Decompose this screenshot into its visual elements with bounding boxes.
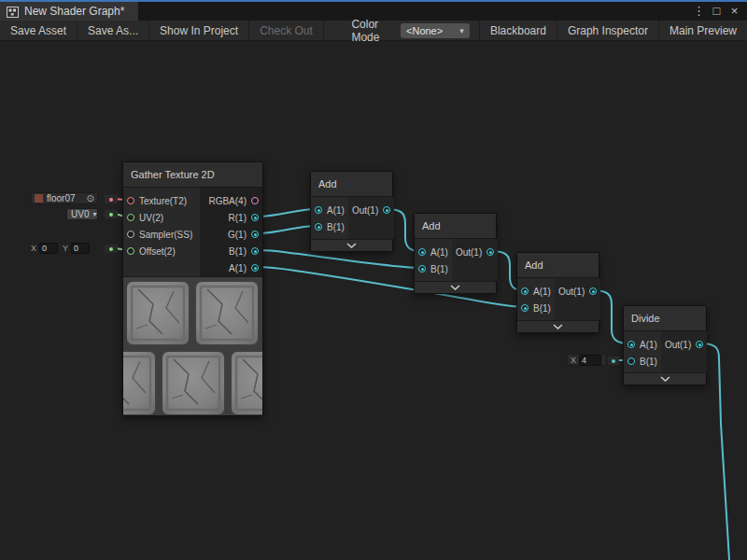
node-gather-texture-2d[interactable]: Gather Texture 2D Texture(T2) UV(2) Samp… (122, 161, 263, 416)
uv-channel-dropdown[interactable]: UV0 ▾ (66, 208, 98, 220)
node-add-2[interactable]: Add A(1) B(1) Out(1) (414, 213, 497, 294)
port-in-a[interactable] (315, 206, 322, 214)
port-label: B(1) (640, 357, 657, 367)
graph-canvas[interactable]: Gather Texture 2D Texture(T2) UV(2) Samp… (0, 41, 747, 560)
port-label: Texture(T2) (139, 196, 187, 206)
collapse-chevron-icon (346, 243, 357, 248)
object-picker-icon[interactable]: ⊙ (87, 194, 94, 203)
chevron-down-icon: ▾ (92, 210, 96, 218)
color-mode-label: Color Mode (344, 21, 401, 40)
port-in-b[interactable] (418, 265, 426, 273)
node-divide[interactable]: Divide A(1) B(1) Out(1) (623, 305, 707, 385)
port-connector (608, 357, 619, 365)
offset-y-input[interactable]: 0 (71, 243, 90, 254)
port-in-b[interactable] (521, 304, 529, 312)
maximize-icon[interactable]: □ (709, 2, 725, 21)
port-label: RGBA(4) (208, 196, 247, 206)
port-label: A(1) (229, 263, 247, 273)
node-collapse-bar[interactable] (624, 372, 706, 385)
divide-b-vector1-field: X 4 (567, 354, 607, 366)
toolbar-spacer (324, 21, 345, 40)
tab-title: New Shader Graph* (24, 5, 124, 18)
port-in-uv[interactable] (127, 214, 134, 221)
window-controls: ⋮ □ × (691, 2, 747, 21)
port-in-a[interactable] (627, 341, 635, 348)
wire-gather-b-to-add2-b[interactable] (257, 250, 420, 268)
chevron-down-icon: ▾ (459, 26, 464, 35)
port-out[interactable] (589, 287, 597, 295)
port-out-rgba[interactable] (251, 197, 259, 204)
port-label: UV(2) (139, 213, 163, 223)
close-icon[interactable]: × (726, 2, 742, 21)
port-in-b[interactable] (627, 357, 635, 365)
port-label: A(1) (430, 247, 448, 258)
collapse-chevron-icon (553, 324, 563, 329)
offset-x-input[interactable]: 0 (39, 243, 58, 254)
port-label: Sampler(SS) (139, 230, 192, 240)
port-in-b[interactable] (315, 223, 322, 231)
port-out[interactable] (383, 206, 390, 214)
color-mode-dropdown[interactable]: <None> ▾ (401, 23, 470, 38)
port-label: Out(1) (352, 205, 378, 216)
port-label: Offset(2) (139, 246, 176, 257)
node-title: Divide (624, 306, 706, 331)
graph-toolbar: Save Asset Save As... Show In Project Ch… (0, 21, 747, 41)
port-label: A(1) (640, 340, 657, 350)
port-in-a[interactable] (418, 248, 426, 256)
port-label: B(1) (229, 246, 247, 257)
divide-b-label: X (571, 356, 576, 365)
node-collapse-bar[interactable] (517, 320, 599, 332)
uv-channel-value: UV0 (71, 209, 89, 219)
save-asset-button[interactable]: Save Asset (0, 21, 78, 40)
node-title: Add (415, 214, 496, 239)
port-in-offset[interactable] (127, 247, 134, 255)
wire-gather-g-to-add1-b[interactable] (257, 226, 317, 233)
main-preview-toggle-button[interactable]: Main Preview (658, 21, 747, 40)
collapse-chevron-icon (450, 285, 460, 290)
offset-x-label: X (31, 244, 36, 253)
blackboard-toggle-button[interactable]: Blackboard (479, 21, 557, 40)
node-add-1[interactable]: Add A(1) B(1) Out(1) (310, 171, 393, 252)
shader-graph-asset-icon (7, 6, 19, 18)
port-out-b[interactable] (251, 247, 259, 255)
port-connector (105, 210, 118, 218)
divide-b-input[interactable]: 4 (579, 355, 601, 366)
texture-object-field[interactable]: floor07 ⊙ (31, 192, 98, 204)
port-out[interactable] (696, 341, 703, 348)
shader-graph-window: New Shader Graph* ⋮ □ × Save Asset Save … (0, 0, 747, 560)
save-as-button[interactable]: Save As... (78, 21, 149, 40)
port-label: G(1) (228, 230, 247, 240)
show-in-project-button[interactable]: Show In Project (149, 21, 249, 40)
port-label: B(1) (430, 264, 448, 274)
port-label: R(1) (229, 213, 247, 223)
port-label: A(1) (327, 205, 345, 216)
node-add-3[interactable]: Add A(1) B(1) Out(1) (516, 252, 599, 333)
node-collapse-bar[interactable] (415, 281, 496, 293)
color-mode-value: <None> (406, 25, 443, 36)
window-menu-icon[interactable]: ⋮ (691, 2, 707, 21)
tab-new-shader-graph[interactable]: New Shader Graph* (0, 2, 138, 21)
port-label: B(1) (533, 303, 551, 314)
offset-y-label: Y (63, 244, 68, 253)
node-title: Add (517, 253, 599, 278)
graph-inspector-toggle-button[interactable]: Graph Inspector (557, 21, 658, 40)
port-out[interactable] (486, 248, 494, 256)
port-in-a[interactable] (521, 287, 529, 295)
port-in-texture[interactable] (127, 197, 134, 204)
port-label: Out(1) (558, 287, 585, 297)
texture-name: floor07 (47, 193, 76, 203)
wire-gather-r-to-add1-a[interactable] (257, 209, 317, 217)
offset-vector2-field: X 0 Y 0 (31, 242, 97, 254)
node-title: Gather Texture 2D (123, 162, 262, 188)
node-collapse-bar[interactable] (311, 239, 392, 251)
port-out-a[interactable] (251, 264, 259, 272)
port-label: Out(1) (456, 247, 482, 258)
port-out-r[interactable] (251, 214, 259, 221)
port-out-g[interactable] (251, 231, 259, 238)
collapse-chevron-icon (660, 376, 670, 382)
wires-layer (0, 41, 747, 560)
port-in-sampler[interactable] (127, 231, 134, 238)
port-connector (105, 195, 118, 203)
node-texture-preview (123, 276, 262, 415)
node-title: Add (311, 172, 392, 197)
